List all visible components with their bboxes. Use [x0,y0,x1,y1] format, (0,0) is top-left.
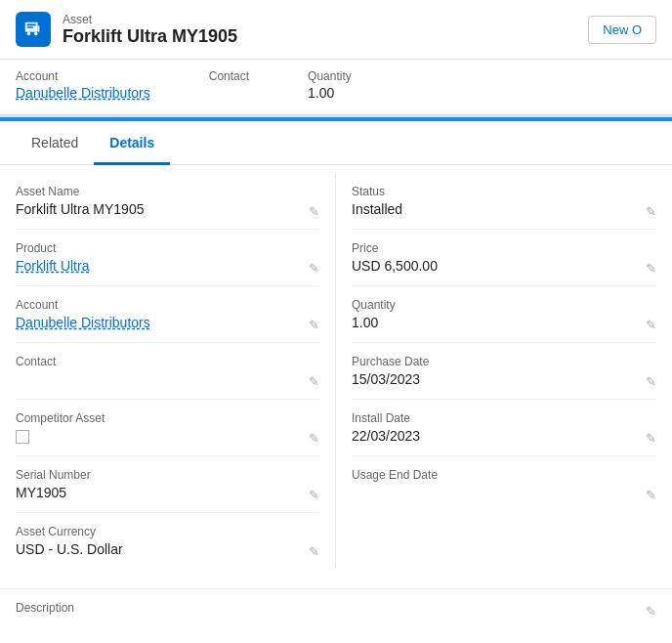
asset-currency-edit-icon[interactable]: ✎ [309,544,319,559]
price-label: Price [352,241,656,255]
meta-contact: Contact [209,69,249,101]
price-edit-icon[interactable]: ✎ [646,261,656,276]
status-label: Status [352,185,656,198]
install-date-value: 22/03/2023 [352,428,656,448]
fields-grid: Asset Name Forklift Ultra MY1905 ✎ Produ… [0,173,672,588]
description-section: Description ✎ [0,588,672,628]
install-date-label: Install Date [352,411,656,425]
asset-currency-label: Asset Currency [16,525,319,538]
page-wrapper: Asset Forklift Ultra MY1905 New O Accoun… [0,0,672,643]
meta-quantity: Quantity 1.00 [308,69,352,101]
serial-number-value: MY1905 [16,485,319,504]
description-label: Description [16,601,656,615]
serial-number-edit-icon[interactable]: ✎ [309,488,319,502]
field-price: Price USD 6,500.00 ✎ [352,230,656,286]
contact-label: Contact [209,69,249,83]
meta-account: Account Danubelle Distributors [16,69,150,101]
header-title-block: Asset Forklift Ultra MY1905 [63,13,237,47]
quantity-field-label: Quantity [352,298,656,312]
product-edit-icon[interactable]: ✎ [309,261,319,276]
header-label: Asset [63,13,237,26]
svg-point-4 [27,32,31,36]
purchase-date-value: 15/03/2023 [352,371,656,391]
svg-rect-2 [27,26,33,27]
description-edit-icon[interactable]: ✎ [646,604,656,619]
status-value: Installed [352,201,656,221]
quantity-field-value: 1.00 [352,315,656,334]
usage-end-date-edit-icon[interactable]: ✎ [646,488,656,502]
competitor-asset-edit-icon[interactable]: ✎ [309,431,319,446]
contact-field-label: Contact [16,355,319,368]
purchase-date-edit-icon[interactable]: ✎ [646,374,656,389]
usage-end-date-label: Usage End Date [352,468,656,482]
competitor-asset-label: Competitor Asset [16,411,319,425]
field-purchase-date: Purchase Date 15/03/2023 ✎ [352,343,656,400]
serial-number-label: Serial Number [16,468,319,482]
account-field-label: Account [16,298,319,312]
account-edit-icon[interactable]: ✎ [309,318,319,332]
account-field-value[interactable]: Danubelle Distributors [16,315,319,334]
price-value: USD 6,500.00 [352,258,656,278]
account-value[interactable]: Danubelle Distributors [16,85,150,101]
field-competitor-asset: Competitor Asset ✎ [16,400,319,456]
meta-row: Account Danubelle Distributors Contact Q… [0,60,672,117]
asset-name-edit-icon[interactable]: ✎ [309,204,319,219]
left-column: Asset Name Forklift Ultra MY1905 ✎ Produ… [0,173,336,569]
asset-name-value: Forklift Ultra MY1905 [16,201,319,221]
contact-edit-icon[interactable]: ✎ [309,374,319,389]
field-quantity: Quantity 1.00 ✎ [352,286,656,343]
new-button[interactable]: New O [588,16,656,44]
field-asset-name: Asset Name Forklift Ultra MY1905 ✎ [16,173,319,230]
tab-details[interactable]: Details [94,121,170,165]
field-serial-number: Serial Number MY1905 ✎ [16,456,319,513]
quantity-label: Quantity [308,69,352,83]
content: Asset Name Forklift Ultra MY1905 ✎ Produ… [0,165,672,643]
competitor-asset-value [16,428,319,448]
install-date-edit-icon[interactable]: ✎ [646,431,656,446]
product-value[interactable]: Forklift Ultra [16,258,319,278]
quantity-edit-icon[interactable]: ✎ [646,318,656,332]
header-left: Asset Forklift Ultra MY1905 [16,12,237,47]
asset-name-label: Asset Name [16,185,319,198]
tab-related[interactable]: Related [16,121,94,165]
asset-currency-value: USD - U.S. Dollar [16,541,319,561]
field-contact: Contact ✎ [16,343,319,400]
header-title: Forklift Ultra MY1905 [63,26,237,47]
field-asset-currency: Asset Currency USD - U.S. Dollar ✎ [16,513,319,569]
status-edit-icon[interactable]: ✎ [646,204,656,219]
product-label: Product [16,241,319,255]
usage-end-date-value [352,485,656,504]
field-product: Product Forklift Ultra ✎ [16,230,319,286]
asset-icon [16,12,51,47]
header: Asset Forklift Ultra MY1905 New O [0,0,672,60]
quantity-value: 1.00 [308,85,352,101]
field-usage-end-date: Usage End Date ✎ [352,456,656,512]
purchase-date-label: Purchase Date [352,355,656,368]
right-column: Status Installed ✎ Price USD 6,500.00 ✎ … [336,173,672,569]
field-install-date: Install Date 22/03/2023 ✎ [352,400,656,456]
competitor-asset-checkbox[interactable] [16,430,29,444]
field-account: Account Danubelle Distributors ✎ [16,286,319,343]
svg-rect-3 [38,25,40,31]
account-label: Account [16,69,150,83]
svg-point-5 [34,32,38,36]
field-status: Status Installed ✎ [352,173,656,230]
contact-field-value [16,371,319,391]
tabs-bar: Related Details [0,121,672,165]
svg-rect-1 [27,24,36,26]
